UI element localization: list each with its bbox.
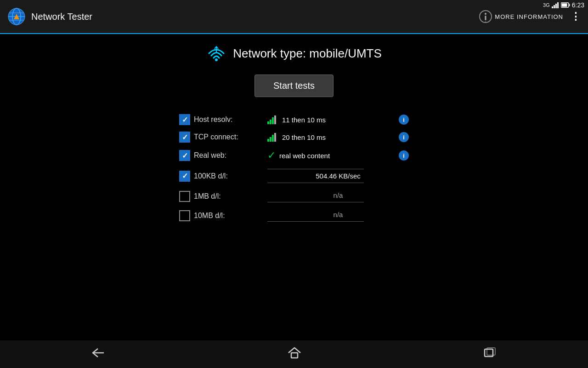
1mb-value: n/a [267, 190, 409, 201]
svg-rect-20 [270, 120, 271, 124]
svg-rect-15 [485, 16, 486, 20]
svg-rect-19 [267, 121, 269, 124]
home-button[interactable] [288, 347, 301, 362]
tcp-connect-value: 20 then 10 ms [282, 133, 395, 141]
10mb-label: 10MB d/l: [194, 212, 267, 220]
svg-point-14 [485, 13, 486, 15]
svg-rect-1 [554, 5, 555, 8]
100kb-checkbox[interactable] [179, 171, 190, 182]
overflow-menu-button[interactable]: ⋮ [571, 11, 581, 23]
main-content: Network type: mobile/UMTS Start tests Ho… [0, 34, 588, 340]
100kb-result: 504.46 KB/sec [267, 168, 409, 184]
tcp-connect-info[interactable]: i [399, 132, 409, 142]
real-web-result: ✓ real web content i [267, 149, 409, 162]
app-title: Network Tester [31, 12, 92, 22]
app-toolbar: 3G 6:23 Network Tester [0, 0, 588, 34]
1mb-result: n/a [267, 190, 409, 203]
host-resolv-checkbox[interactable] [179, 114, 190, 125]
signal-bars-icon [267, 132, 278, 142]
10mb-checkbox[interactable] [179, 210, 190, 221]
10mb-result: n/a [267, 209, 409, 223]
svg-rect-24 [270, 137, 271, 142]
tcp-connect-result: 20 then 10 ms i [267, 131, 409, 143]
network-type-text: Network type: mobile/UMTS [233, 46, 382, 61]
status-bar: 3G 6:23 [543, 0, 588, 10]
svg-rect-0 [552, 6, 553, 8]
toolbar-left: Network Tester [7, 7, 479, 26]
svg-rect-6 [561, 4, 567, 7]
more-info-button[interactable]: MORE INFORMATION [479, 10, 563, 23]
test-row: TCP connect: 20 then 10 ms i [179, 128, 409, 146]
host-resolv-info[interactable]: i [399, 115, 409, 125]
real-web-label: Real web: [194, 151, 267, 160]
recent-apps-icon [484, 347, 497, 359]
host-resolv-value: 11 then 10 ms [282, 116, 395, 124]
network-type-icon [206, 43, 226, 63]
test-row: Real web: ✓ real web content i [179, 146, 409, 165]
start-tests-button[interactable]: Start tests [254, 75, 334, 97]
home-icon [288, 347, 301, 359]
svg-point-17 [215, 58, 218, 61]
signal-bars-icon [267, 115, 278, 124]
svg-rect-25 [272, 135, 274, 142]
test-row: 10MB d/l: n/a [179, 206, 409, 225]
host-resolv-result: 11 then 10 ms i [267, 114, 409, 126]
more-info-label: MORE INFORMATION [495, 13, 563, 20]
toolbar-right: MORE INFORMATION ⋮ [479, 10, 581, 23]
svg-rect-23 [267, 139, 269, 142]
test-row: 100KB d/l: 504.46 KB/sec [179, 165, 409, 187]
back-button[interactable] [91, 347, 105, 362]
bottom-nav [0, 340, 588, 368]
network-type-header: Network type: mobile/UMTS [206, 43, 382, 63]
svg-rect-26 [274, 133, 276, 142]
recent-apps-button[interactable] [484, 347, 497, 362]
time-label: 6:23 [572, 1, 584, 9]
tcp-connect-label: TCP connect: [194, 133, 267, 141]
check-icon: ✓ [267, 150, 276, 161]
test-row: Host resolv: 11 then 10 ms i [179, 111, 409, 128]
svg-rect-22 [274, 115, 276, 124]
real-web-value: real web content [279, 152, 395, 160]
1mb-label: 1MB d/l: [194, 192, 267, 201]
100kb-label: 100KB d/l: [194, 172, 267, 180]
svg-rect-5 [569, 4, 570, 6]
10mb-value: n/a [267, 209, 409, 220]
real-web-checkbox[interactable] [179, 150, 190, 161]
test-rows: Host resolv: 11 then 10 ms i TCP connect… [179, 111, 409, 225]
real-web-info[interactable]: i [399, 150, 409, 161]
test-row: 1MB d/l: n/a [179, 187, 409, 206]
signal-label: 3G [543, 2, 550, 8]
1mb-checkbox[interactable] [179, 191, 190, 202]
back-icon [91, 347, 105, 358]
100kb-value: 504.46 KB/sec [267, 170, 409, 182]
svg-rect-28 [291, 353, 298, 358]
app-icon [7, 7, 26, 26]
host-resolv-label: Host resolv: [194, 115, 267, 124]
signal-icon [552, 2, 559, 8]
svg-rect-2 [555, 4, 557, 8]
svg-rect-21 [272, 117, 274, 124]
info-circle-icon [479, 10, 492, 23]
battery-icon [561, 2, 570, 8]
svg-rect-3 [557, 2, 559, 8]
tcp-connect-checkbox[interactable] [179, 132, 190, 143]
